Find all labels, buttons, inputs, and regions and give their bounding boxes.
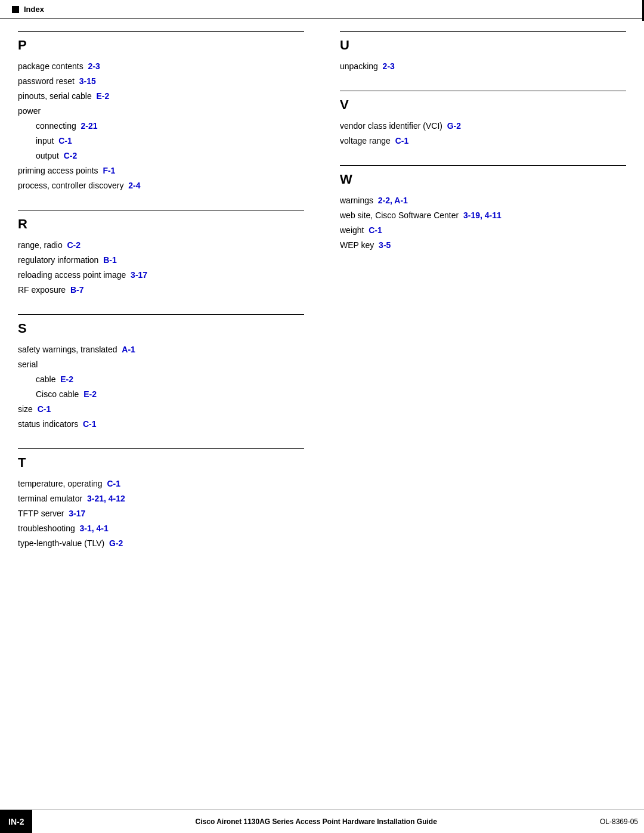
section-letter-v: V <box>340 97 626 113</box>
entry-package-contents: package contents 2-3 <box>18 60 304 73</box>
entry-power-connecting: connecting 2-21 <box>18 120 304 132</box>
entry-priming: priming access points F-1 <box>18 165 304 177</box>
link-web-site[interactable]: 3-19, 4-11 <box>463 210 501 220</box>
section-p: P package contents 2-3 password reset 3-… <box>18 31 304 192</box>
link-cisco-cable[interactable]: E-2 <box>83 389 97 399</box>
entry-reloading: reloading access point image 3-17 <box>18 269 304 281</box>
link-troubleshooting[interactable]: 3-1, 4-1 <box>80 524 109 533</box>
divider-t <box>18 448 304 449</box>
link-process[interactable]: 2-4 <box>128 181 140 190</box>
entry-warnings: warnings 2-2, A-1 <box>340 194 626 207</box>
entry-power-input: input C-1 <box>18 135 304 147</box>
section-s: S safety warnings, translated A-1 serial… <box>18 314 304 431</box>
divider-s <box>18 314 304 315</box>
link-warnings[interactable]: 2-2, A-1 <box>378 196 408 205</box>
entry-temperature: temperature, operating C-1 <box>18 478 304 490</box>
entry-troubleshooting: troubleshooting 3-1, 4-1 <box>18 522 304 535</box>
right-column: U unpacking 2-3 V vendor class identifie… <box>328 31 626 568</box>
link-vendor-class[interactable]: G-2 <box>447 121 461 131</box>
link-unpacking[interactable]: 2-3 <box>383 61 395 71</box>
section-w: W warnings 2-2, A-1 web site, Cisco Soft… <box>340 165 626 252</box>
entry-wep-key: WEP key 3-5 <box>340 239 626 252</box>
link-rf-exposure[interactable]: B-7 <box>70 285 84 295</box>
divider-p <box>18 31 304 32</box>
entry-process: process, controller discovery 2-4 <box>18 179 304 192</box>
main-content: P package contents 2-3 password reset 3-… <box>0 19 644 603</box>
link-output[interactable]: C-2 <box>64 151 78 160</box>
section-v: V vendor class identifier (VCI) G-2 volt… <box>340 91 626 147</box>
entry-tftp: TFTP server 3-17 <box>18 507 304 520</box>
page-number: IN-2 <box>0 810 32 833</box>
link-regulatory[interactable]: B-1 <box>103 255 117 265</box>
entry-power: power <box>18 105 304 117</box>
section-letter-r: R <box>18 216 304 232</box>
link-connecting[interactable]: 2-21 <box>81 121 98 131</box>
entry-cisco-cable: Cisco cable E-2 <box>18 388 304 401</box>
link-package-contents[interactable]: 2-3 <box>88 61 100 71</box>
entry-status-indicators: status indicators C-1 <box>18 418 304 431</box>
entry-password-reset: password reset 3-15 <box>18 75 304 88</box>
link-voltage[interactable]: C-1 <box>395 136 409 145</box>
entry-voltage: voltage range C-1 <box>340 135 626 147</box>
entry-unpacking: unpacking 2-3 <box>340 60 626 73</box>
divider-r <box>18 210 304 210</box>
section-r: R range, radio C-2 regulatory informatio… <box>18 210 304 296</box>
divider-w <box>340 165 626 166</box>
divider-v <box>340 91 626 91</box>
footer-title: Cisco Aironet 1130AG Series Access Point… <box>32 817 600 826</box>
section-letter-t: T <box>18 455 304 470</box>
entry-serial-cable: cable E-2 <box>18 373 304 386</box>
link-terminal-emulator[interactable]: 3-21, 4-12 <box>87 494 125 503</box>
section-letter-p: P <box>18 38 304 53</box>
entry-size: size C-1 <box>18 403 304 416</box>
link-pinouts[interactable]: E-2 <box>97 91 110 101</box>
entry-power-output: output C-2 <box>18 150 304 162</box>
entry-web-site: web site, Cisco Software Center 3-19, 4-… <box>340 209 626 222</box>
entry-terminal-emulator: terminal emulator 3-21, 4-12 <box>18 493 304 505</box>
link-temperature[interactable]: C-1 <box>107 479 120 488</box>
link-reloading[interactable]: 3-17 <box>131 270 147 280</box>
page-header: Index <box>0 0 644 19</box>
entry-serial: serial <box>18 358 304 371</box>
entry-rf-exposure: RF exposure B-7 <box>18 284 304 296</box>
link-status-indicators[interactable]: C-1 <box>83 419 97 429</box>
link-serial-cable[interactable]: E-2 <box>60 374 73 384</box>
entry-weight: weight C-1 <box>340 224 626 237</box>
link-safety[interactable]: A-1 <box>122 345 135 354</box>
header-title: Index <box>24 5 44 14</box>
section-letter-w: W <box>340 172 626 187</box>
link-password-reset[interactable]: 3-15 <box>79 76 96 86</box>
left-column: P package contents 2-3 password reset 3-… <box>18 31 304 568</box>
header-icon <box>12 6 19 13</box>
footer-doc-number: OL-8369-05 <box>600 817 644 826</box>
divider-u <box>340 31 626 32</box>
link-tlv[interactable]: G-2 <box>109 538 123 548</box>
entry-safety: safety warnings, translated A-1 <box>18 343 304 356</box>
footer-left: IN-2 <box>0 810 32 833</box>
link-priming[interactable]: F-1 <box>103 166 115 175</box>
entry-vendor-class: vendor class identifier (VCI) G-2 <box>340 120 626 132</box>
link-tftp[interactable]: 3-17 <box>69 509 85 518</box>
link-size[interactable]: C-1 <box>38 404 51 414</box>
entry-tlv: type-length-value (TLV) G-2 <box>18 537 304 550</box>
link-weight[interactable]: C-1 <box>369 225 382 235</box>
link-wep-key[interactable]: 3-5 <box>379 240 391 250</box>
section-letter-s: S <box>18 321 304 336</box>
link-range-radio[interactable]: C-2 <box>67 240 81 250</box>
link-input[interactable]: C-1 <box>58 136 72 145</box>
page-footer: IN-2 Cisco Aironet 1130AG Series Access … <box>0 809 644 833</box>
entry-pinouts: pinouts, serial cable E-2 <box>18 90 304 103</box>
section-t: T temperature, operating C-1 terminal em… <box>18 448 304 550</box>
entry-range-radio: range, radio C-2 <box>18 239 304 252</box>
entry-regulatory: regulatory information B-1 <box>18 254 304 267</box>
section-letter-u: U <box>340 38 626 53</box>
section-u: U unpacking 2-3 <box>340 31 626 73</box>
